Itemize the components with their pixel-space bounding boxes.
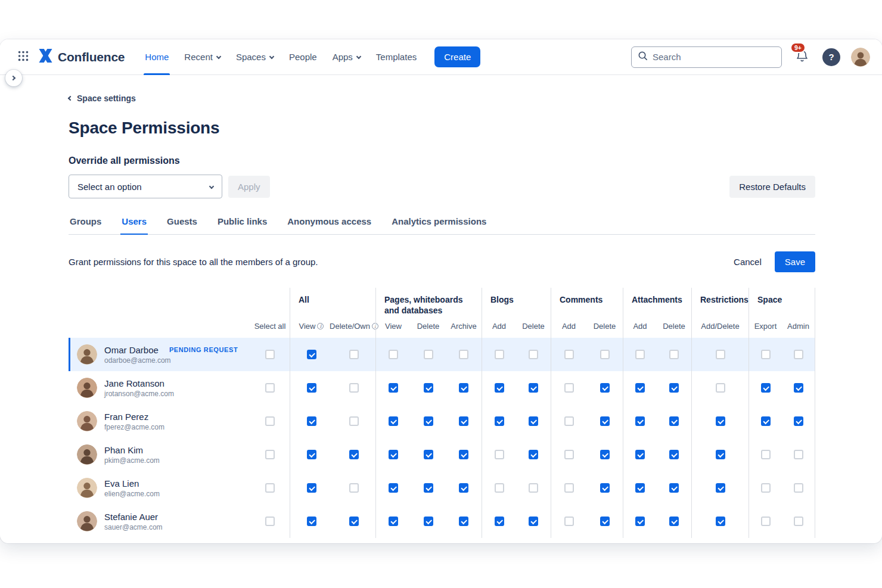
checkbox-attachments_delete[interactable] [669, 450, 679, 459]
checkbox-all_delete_own[interactable] [349, 416, 359, 426]
tab-anonymous-access[interactable]: Anonymous access [286, 216, 372, 234]
checkbox-restrictions_add_delete[interactable] [716, 450, 725, 459]
checkbox-all_view[interactable] [307, 483, 316, 493]
checkbox-space_export[interactable] [761, 416, 771, 426]
checkbox-space_export[interactable] [761, 383, 771, 393]
checkbox-restrictions_add_delete[interactable] [716, 517, 725, 526]
checkbox-attachments_delete[interactable] [669, 416, 679, 426]
save-button[interactable]: Save [775, 251, 815, 272]
tab-analytics-permissions[interactable]: Analytics permissions [390, 216, 487, 234]
app-switcher-button[interactable] [13, 47, 33, 67]
checkbox-pages_archive[interactable] [459, 450, 468, 459]
search-input[interactable] [653, 52, 775, 62]
checkbox-all_delete_own[interactable] [349, 383, 359, 393]
override-select[interactable]: Select an option [69, 175, 222, 198]
checkbox-pages_delete[interactable] [424, 416, 433, 426]
checkbox-space_admin[interactable] [794, 450, 803, 459]
checkbox-blogs_add[interactable] [495, 450, 504, 459]
checkbox-blogs_delete[interactable] [529, 483, 538, 493]
checkbox-pages_view[interactable] [389, 350, 398, 359]
row-select-checkbox[interactable] [265, 416, 275, 426]
checkbox-pages_delete[interactable] [424, 350, 433, 359]
checkbox-blogs_delete[interactable] [529, 350, 538, 359]
row-select-checkbox[interactable] [265, 483, 275, 493]
checkbox-attachments_add[interactable] [635, 450, 645, 459]
checkbox-space_export[interactable] [761, 517, 771, 526]
checkbox-all_view[interactable] [307, 450, 316, 459]
checkbox-attachments_add[interactable] [635, 517, 645, 526]
row-select-checkbox[interactable] [265, 350, 275, 359]
cancel-button[interactable]: Cancel [725, 251, 770, 272]
checkbox-pages_archive[interactable] [459, 483, 468, 493]
checkbox-space_admin[interactable] [794, 483, 803, 493]
checkbox-pages_view[interactable] [389, 450, 398, 459]
tab-groups[interactable]: Groups [69, 216, 103, 234]
tab-public-links[interactable]: Public links [216, 216, 268, 234]
row-select-checkbox[interactable] [265, 383, 275, 393]
checkbox-comments_delete[interactable] [600, 483, 610, 493]
checkbox-blogs_add[interactable] [495, 416, 504, 426]
checkbox-comments_delete[interactable] [600, 383, 610, 393]
checkbox-all_view[interactable] [307, 383, 316, 393]
checkbox-space_admin[interactable] [794, 416, 803, 426]
checkbox-pages_view[interactable] [389, 416, 398, 426]
checkbox-pages_archive[interactable] [459, 383, 468, 393]
checkbox-pages_delete[interactable] [424, 450, 433, 459]
checkbox-comments_add[interactable] [564, 450, 574, 459]
help-button[interactable] [822, 48, 840, 66]
checkbox-space_export[interactable] [761, 350, 771, 359]
checkbox-restrictions_add_delete[interactable] [716, 383, 725, 393]
nav-item-recent[interactable]: Recent [177, 39, 228, 75]
checkbox-all_delete_own[interactable] [349, 350, 359, 359]
row-select-checkbox[interactable] [265, 517, 275, 526]
checkbox-all_delete_own[interactable] [349, 517, 359, 526]
checkbox-attachments_add[interactable] [635, 383, 645, 393]
checkbox-space_export[interactable] [761, 450, 771, 459]
checkbox-blogs_delete[interactable] [529, 383, 538, 393]
checkbox-comments_add[interactable] [564, 517, 574, 526]
checkbox-blogs_add[interactable] [495, 517, 504, 526]
checkbox-all_delete_own[interactable] [349, 450, 359, 459]
confluence-logo[interactable]: Confluence [38, 49, 125, 65]
checkbox-blogs_add[interactable] [495, 483, 504, 493]
breadcrumb[interactable]: Space settings [69, 94, 136, 103]
checkbox-comments_delete[interactable] [600, 416, 610, 426]
search-box[interactable] [631, 46, 782, 68]
row-select-checkbox[interactable] [265, 450, 275, 459]
checkbox-pages_archive[interactable] [459, 517, 468, 526]
checkbox-pages_view[interactable] [389, 517, 398, 526]
checkbox-space_admin[interactable] [794, 517, 803, 526]
checkbox-pages_delete[interactable] [424, 383, 433, 393]
checkbox-comments_delete[interactable] [600, 517, 610, 526]
checkbox-pages_view[interactable] [389, 483, 398, 493]
checkbox-restrictions_add_delete[interactable] [716, 416, 725, 426]
tab-guests[interactable]: Guests [166, 216, 198, 234]
checkbox-restrictions_add_delete[interactable] [716, 350, 725, 359]
nav-item-templates[interactable]: Templates [369, 39, 424, 75]
checkbox-comments_delete[interactable] [600, 350, 610, 359]
checkbox-comments_add[interactable] [564, 416, 574, 426]
checkbox-space_export[interactable] [761, 483, 771, 493]
checkbox-all_view[interactable] [307, 416, 316, 426]
checkbox-attachments_delete[interactable] [669, 517, 679, 526]
checkbox-blogs_add[interactable] [495, 383, 504, 393]
checkbox-comments_add[interactable] [564, 483, 574, 493]
notifications-button[interactable]: 9+ [793, 48, 812, 67]
checkbox-attachments_add[interactable] [635, 483, 645, 493]
checkbox-restrictions_add_delete[interactable] [716, 483, 725, 493]
checkbox-attachments_delete[interactable] [669, 483, 679, 493]
nav-item-people[interactable]: People [282, 39, 324, 75]
checkbox-blogs_delete[interactable] [529, 416, 538, 426]
checkbox-attachments_add[interactable] [635, 350, 645, 359]
checkbox-comments_add[interactable] [564, 383, 574, 393]
checkbox-blogs_add[interactable] [495, 350, 504, 359]
info-icon[interactable]: i [317, 323, 324, 329]
checkbox-attachments_add[interactable] [635, 416, 645, 426]
restore-defaults-button[interactable]: Restore Defaults [729, 176, 815, 198]
checkbox-space_admin[interactable] [794, 350, 803, 359]
checkbox-all_view[interactable] [307, 517, 316, 526]
nav-item-spaces[interactable]: Spaces [229, 39, 281, 75]
nav-item-apps[interactable]: Apps [325, 39, 368, 75]
checkbox-attachments_delete[interactable] [669, 383, 679, 393]
profile-avatar[interactable] [851, 48, 870, 67]
